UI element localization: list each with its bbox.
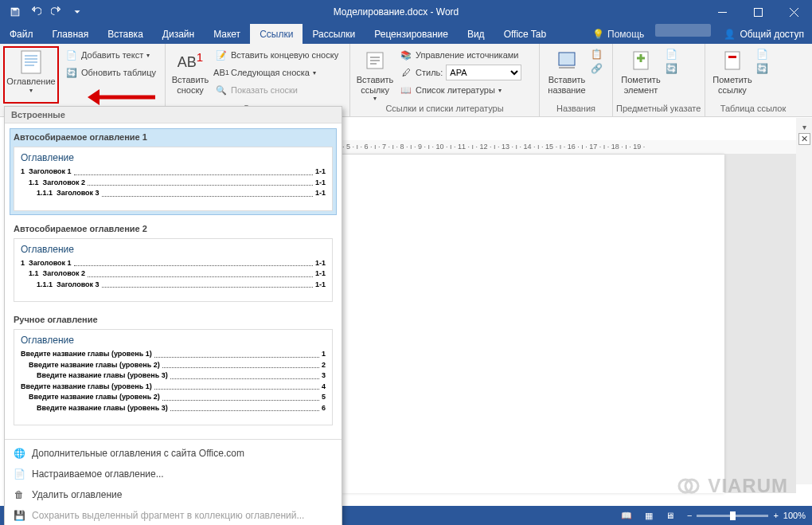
bibliography-button[interactable]: 📖Список литературы▾ [396,81,525,99]
captions-group-label: Названия [543,104,609,116]
tab-mailings[interactable]: Рассылки [303,24,365,44]
close-button[interactable] [776,0,812,24]
tell-me-label: Помощь [607,29,644,40]
qat-more-icon[interactable] [67,2,88,22]
show-notes-label: Показать сноски [231,85,298,95]
citations-group-label: Ссылки и списки литературы [353,104,536,116]
insert-toa-icon[interactable]: 📄 [756,49,768,60]
window-title: Моделирование.docx - Word [88,6,705,18]
update-toa-icon: 🔄 [756,63,768,74]
annotation-arrow [88,88,159,107]
save-selection-icon: 💾 [13,509,25,522]
toc-gallery-auto1[interactable]: Автособираемое оглавление 1 Оглавление 1… [10,128,337,215]
insert-citation-button[interactable]: Вставить ссылку▾ [353,46,396,104]
toc-gallery-manual[interactable]: Ручное оглавление Оглавление Введите наз… [10,311,337,429]
minimize-button[interactable] [705,0,740,24]
manage-sources-button[interactable]: 📚Управление источниками [396,46,525,64]
toc-auto2-title: Автособираемое оглавление 2 [10,221,336,238]
citation-style-row: 🖊Стиль: APA [396,64,525,81]
watermark: VIARUM [673,475,788,497]
tab-review[interactable]: Рецензирование [365,24,458,44]
share-button[interactable]: 👤 Общий доступ [716,24,812,44]
tab-home[interactable]: Главная [43,24,99,44]
zoom-in-icon[interactable]: + [773,511,778,520]
mark-citation-icon [720,48,745,73]
show-notes-button: 🔍Показать сноски [212,81,342,99]
toc-manual-preview: Оглавление Введите название главы (урове… [14,329,333,425]
view-read-icon[interactable]: 📖 [621,511,632,521]
zoom-slider[interactable]: − + 100% [687,511,806,520]
insert-footnote-button[interactable]: AB1 Вставить сноску [169,46,212,104]
close-pane-button[interactable]: ✕ [798,133,810,145]
titlebar: Моделирование.docx - Word [0,0,812,24]
citation-style-select[interactable]: APA [446,65,521,80]
insert-endnote-button[interactable]: 📝Вставить концевую сноску [212,46,342,64]
insert-caption-button[interactable]: Вставить название [543,46,591,104]
mark-entry-button[interactable]: Пометить элемент [616,46,666,104]
toc-button[interactable]: Оглавление ▾ [3,46,59,104]
account-name [655,24,711,37]
toc-custom[interactable]: 📄Настраиваемое оглавление... [5,464,342,484]
insert-index-icon[interactable]: 📄 [666,49,677,60]
svg-rect-3 [559,53,575,65]
undo-icon[interactable] [25,2,46,22]
manage-sources-label: Управление источниками [416,50,518,60]
svg-rect-0 [755,8,763,16]
cross-ref-icon[interactable]: 🔗 [591,63,603,74]
mark-entry-label: Пометить элемент [619,75,662,95]
share-label: Общий доступ [740,29,804,40]
citation-icon [362,48,388,73]
toa-group-label: Таблица ссылок [709,104,798,116]
add-text-label: Добавить текст [81,50,143,60]
tell-me[interactable]: 💡 Помощь [586,24,650,44]
tab-officetab[interactable]: Office Tab [494,24,556,44]
svg-rect-5 [725,52,740,69]
toc-dropdown: Встроенные Автособираемое оглавление 1 О… [4,106,342,525]
insert-endnote-label: Вставить концевую сноску [231,50,338,60]
custom-toc-icon: 📄 [13,468,25,480]
show-notes-icon: 🔍 [215,84,228,96]
style-label: Стиль: [416,68,443,77]
toc-more-office[interactable]: 🌐Дополнительные оглавления с сайта Offic… [5,443,342,464]
mark-citation-button[interactable]: Пометить ссылку [709,46,756,104]
footnote-icon: AB1 [178,48,203,73]
caption-icon [554,48,580,73]
document-page[interactable] [342,155,724,493]
update-table-button[interactable]: 🔄Обновить таблицу [62,64,159,81]
bibliography-icon: 📖 [400,84,412,96]
remove-toc-icon: 🗑 [13,488,25,501]
manage-sources-icon: 📚 [400,49,412,61]
toc-gallery-auto2[interactable]: Автособираемое оглавление 2 Оглавление 1… [10,220,337,307]
toc-icon [18,49,44,75]
tab-view[interactable]: Вид [458,24,494,44]
next-footnote-button[interactable]: AB1Следующая сноска▾ [212,64,342,81]
bibliography-label: Список литературы [416,85,495,95]
zoom-value[interactable]: 100% [783,511,806,520]
refresh-icon: 🔄 [65,66,78,79]
next-footnote-icon: AB1 [215,66,228,79]
zoom-out-icon[interactable]: − [687,511,692,520]
view-print-icon[interactable]: ▦ [645,511,653,521]
caption-list-icon[interactable]: 📋 [591,49,603,60]
insert-citation-label: Вставить ссылку [357,75,394,95]
redo-icon[interactable] [46,2,67,22]
maximize-button[interactable] [740,0,776,24]
toc-remove[interactable]: 🗑Удалить оглавление [5,484,342,505]
insert-footnote-label: Вставить сноску [172,75,209,95]
next-footnote-label: Следующая сноска [231,68,310,77]
horizontal-ruler[interactable]: · 5 · ı · 6 · ı · 7 · ı · 8 · ı · 9 · ı … [342,140,796,155]
tab-file[interactable]: Файл [0,24,43,44]
save-icon[interactable] [5,2,25,22]
mark-entry-icon [628,48,654,73]
style-icon: 🖊 [400,66,412,79]
tab-insert[interactable]: Вставка [98,24,153,44]
add-text-button[interactable]: 📄Добавить текст▾ [62,46,159,64]
toc-save-selection: 💾Сохранить выделенный фрагмент в коллекц… [5,505,342,525]
document-area [342,155,796,493]
ruler-toggle-icon[interactable]: ▾ [802,123,806,131]
view-web-icon[interactable]: 🖥 [666,511,674,520]
tab-layout[interactable]: Макет [204,24,250,44]
tab-references[interactable]: Ссылки [250,24,303,44]
tab-design[interactable]: Дизайн [153,24,204,44]
lightbulb-icon: 💡 [592,29,604,40]
